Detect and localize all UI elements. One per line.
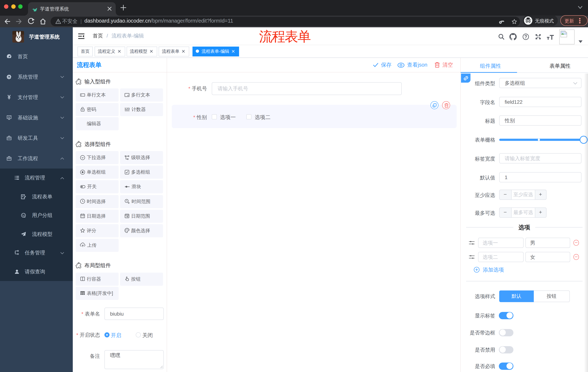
svg-text:123: 123 [124, 107, 129, 111]
